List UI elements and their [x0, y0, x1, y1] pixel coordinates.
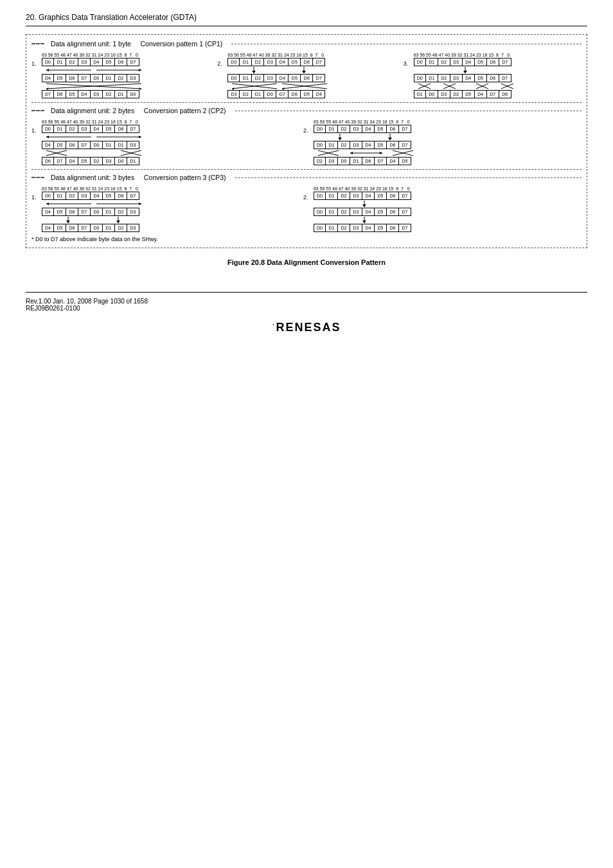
cp1-row3-1: D7D6D5D4D3D2D1D0	[42, 90, 145, 98]
cp2-row1-2: D0D1D2D3D4D5D6D7	[314, 125, 416, 133]
cp1-row1-3: D0D1D2D3D4D5D6D7	[414, 58, 517, 66]
renesas-logo: .RENESAS	[26, 317, 587, 335]
svg-marker-29	[46, 136, 49, 138]
cp1-bitscale-3: 63 56 55 48 47 40 39 32 31 24 23 16 15 8…	[414, 53, 517, 57]
svg-marker-37	[338, 138, 342, 140]
svg-marker-56	[362, 204, 366, 207]
cp1-bitscale-1: 63 56 55 48 47 40 39 32 31 24 23 16 15 8…	[42, 53, 145, 57]
cp1-cross-svg-2	[229, 82, 330, 90]
cp2-row3-1: D6D7D4D5D2D3D0D1	[42, 157, 145, 165]
cp3-header: Data alignment unit: 3 bytes Conversion …	[31, 174, 582, 181]
cp3-item-1: 1. 63 56 55 48 47 40 39 32 31 24 23 16 1…	[31, 186, 296, 232]
cp2-cross-svg-1	[43, 149, 145, 157]
cp3-row1-1: D0D1D2D3D4D5D6D7	[42, 192, 145, 200]
svg-marker-52	[66, 221, 70, 223]
svg-marker-11	[302, 71, 306, 73]
cp2-downarrow-2	[314, 133, 416, 141]
cp2-cross-svg-2	[315, 149, 416, 157]
cp1-crossarrow-2	[227, 82, 330, 90]
cp1-arrow2-1	[42, 82, 145, 90]
svg-marker-54	[116, 221, 120, 223]
section-title: 20. Graphics Data Translation Accelerato…	[26, 13, 197, 22]
cp1-num-1: 1.	[31, 53, 40, 67]
cp2-item-2: 2. 63 56 55 48 47 40 39 32 31 24 23 16 1…	[303, 120, 567, 165]
svg-marker-44	[380, 152, 382, 154]
cp2-section: Data alignment unit: 2 bytes Conversion …	[31, 107, 582, 165]
cp2-title: Data alignment unit: 2 bytes Conversion …	[51, 107, 226, 114]
cp1-cross-svg-3	[415, 82, 517, 90]
cp2-crossarrow-1	[42, 149, 145, 157]
cp3-row3-2: D0D1D2D3D4D5D6D7	[314, 224, 415, 232]
cp1-row1-1: D0D1D2D3D4D5D6D7	[42, 58, 145, 66]
cp1-row1-2: D0D1D2D3D4D5D6D7	[227, 58, 330, 66]
svg-marker-1	[46, 69, 49, 71]
svg-marker-50	[139, 203, 141, 205]
svg-marker-19	[463, 71, 467, 73]
cp3-down-svg-1	[42, 216, 144, 224]
cp2-header: Data alignment unit: 2 bytes Conversion …	[31, 107, 582, 114]
main-diagram-box: Data alignment unit: 1 byte Conversion p…	[26, 34, 587, 248]
svg-marker-58	[362, 221, 366, 223]
cp2-arrow-svg-1	[43, 133, 145, 141]
cp2-arrow1	[42, 133, 145, 141]
cp3-arrow1	[42, 200, 145, 208]
cp3-bitscale-2: 63 56 55 48 47 40 39 32 31 24 23 16 15 8…	[314, 186, 415, 191]
cp1-downarrow-2	[227, 66, 330, 74]
cp1-arrow-svg-1	[43, 66, 145, 74]
cp3-section: Data alignment unit: 3 bytes Conversion …	[31, 174, 582, 232]
cp2-num-1: 1.	[31, 120, 40, 134]
cp1-down-svg-3	[414, 66, 516, 74]
cp1-row2-3: D0D1D2D3D4D5D6D7	[414, 74, 517, 82]
svg-marker-43	[350, 152, 353, 154]
cp1-bitscale-2: 63 56 55 48 47 40 39 32 31 24 23 16 15 8…	[227, 53, 330, 57]
cp3-arrow-svg-1	[43, 200, 145, 208]
cp1-title: Data alignment unit: 1 byte Conversion p…	[51, 40, 222, 48]
cp3-row1-2: D0D1D2D3D4D5D6D7	[314, 192, 415, 200]
cp1-num-2: 2.	[217, 53, 226, 67]
page-header: 20. Graphics Data Translation Accelerato…	[26, 13, 587, 26]
cp1-row3-3: D1D0D3D2D5D4D7D6	[414, 90, 517, 98]
svg-marker-39	[388, 138, 392, 140]
svg-marker-31	[139, 136, 141, 138]
cp3-row2-1: D4D5D6D7D0D1D2D3	[42, 208, 145, 216]
footer-partnum: REJ09B0261-0100	[26, 305, 587, 312]
cp3-bitscale-1: 63 56 55 48 47 40 39 32 31 24 23 16 15 8…	[42, 186, 145, 191]
cp1-diagrams-row: 1. 63 56 55 48 47 40 39 32 31 24 23 16 1…	[31, 53, 582, 98]
cp2-down-svg-2	[314, 133, 416, 141]
cp2-item-1: 1. 63 56 55 48 47 40 39 32 31 24 23 16 1…	[31, 120, 296, 165]
cp1-arrow1	[42, 66, 145, 74]
cp3-title: Data alignment unit: 3 bytes Conversion …	[51, 174, 226, 181]
footnote: * D0 to D7 above indicate byte data on t…	[31, 236, 582, 242]
cp1-crossarrow-3	[414, 82, 517, 90]
cp1-section: Data alignment unit: 1 byte Conversion p…	[31, 40, 582, 98]
page-footer: Rev.1.00 Jan. 10, 2008 Page 1030 of 1658…	[26, 292, 587, 335]
cp3-downarrow-1	[42, 216, 145, 224]
cp3-row3-1: D4D5D6D7D0D1D2D3	[42, 224, 145, 232]
cp3-num-2: 2.	[303, 186, 312, 201]
cp3-down-svg-2a	[314, 200, 415, 208]
cp3-diagrams-row: 1. 63 56 55 48 47 40 39 32 31 24 23 16 1…	[31, 186, 582, 232]
cp2-num-2: 2.	[303, 120, 312, 134]
cp3-down-svg-2b	[314, 216, 415, 224]
cp1-item-1: 1. 63 56 55 48 47 40 39 32 31 24 23 16 1…	[31, 53, 209, 98]
cp2-row2-2: D0D1D2D3D4D5D6D7	[314, 141, 416, 149]
cp1-row3-2: D3D2D1D0D7D6D5D4	[227, 90, 330, 98]
cp2-bitscale-1: 63 56 55 48 47 40 39 32 31 24 23 16 15 8…	[42, 120, 145, 124]
cp1-row2-1: D4D5D6D7D0D1D2D3	[42, 74, 145, 82]
cp1-item-3: 3. 63 56 55 48 47 40 39 32 31 24 23 16 1…	[404, 53, 582, 98]
svg-marker-48	[46, 203, 49, 205]
cp3-downarrow-2a	[314, 200, 415, 208]
divider-2	[31, 169, 582, 170]
cp2-row3-2: D2D3D0D1D6D7D4D5	[314, 157, 416, 165]
cp1-item-2: 2. 63 56 55 48 47 40 39 32 31 24 23 16 1…	[217, 53, 395, 98]
cp1-downarrow-3	[414, 66, 517, 74]
cp1-num-3: 3.	[404, 53, 413, 67]
cp3-downarrow-2b	[314, 216, 415, 224]
cp1-row2-2: D0D1D2D3D4D5D6D7	[227, 74, 330, 82]
divider-1	[31, 102, 582, 103]
cp2-diagrams-row: 1. 63 56 55 48 47 40 39 32 31 24 23 16 1…	[31, 120, 582, 165]
footer-revision: Rev.1.00 Jan. 10, 2008 Page 1030 of 1658	[26, 298, 587, 305]
cp1-header: Data alignment unit: 1 byte Conversion p…	[31, 40, 582, 48]
cp2-crossarrow-2	[314, 149, 416, 157]
figure-caption: Figure 20.8 Data Alignment Conversion Pa…	[26, 258, 587, 266]
